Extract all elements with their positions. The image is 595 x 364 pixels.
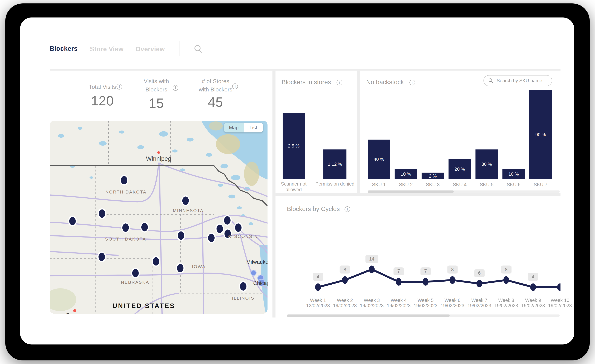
cycles-scrollbar-thumb[interactable] <box>287 315 450 317</box>
tab-blockers[interactable]: Blockers <box>50 45 78 53</box>
toggle-map-button[interactable]: Map <box>224 123 244 133</box>
screen: Blockers Store View Overview <box>0 0 595 364</box>
divider-top <box>50 69 560 70</box>
bar-value-label: 1.12 % <box>328 162 342 167</box>
no-backstock-title-row: No backstock <box>366 78 415 86</box>
search-icon[interactable] <box>194 45 202 53</box>
point-value-chip: 7 <box>420 267 431 275</box>
stat-value: 15 <box>126 96 187 111</box>
blockers-in-stores-title-row: Blockers in stores <box>282 78 342 86</box>
cycles-point[interactable] <box>450 276 455 284</box>
point-value-chip: 6 <box>474 269 484 277</box>
map-canvas <box>50 121 268 314</box>
store-marker[interactable] <box>207 233 215 243</box>
info-icon[interactable] <box>173 85 178 91</box>
sku-bar[interactable]: 30 % <box>475 149 498 179</box>
cycles-point[interactable] <box>369 266 375 273</box>
sku-bar[interactable]: 90 % <box>529 90 552 179</box>
store-marker[interactable] <box>122 223 129 232</box>
info-icon[interactable] <box>409 80 415 85</box>
info-icon[interactable] <box>337 80 342 85</box>
sku-category-label: SKU 3 <box>419 182 446 188</box>
tab-overview[interactable]: Overview <box>135 45 165 53</box>
toggle-list-button[interactable]: List <box>244 123 263 133</box>
cycles-point[interactable] <box>476 280 482 287</box>
cycles-point[interactable] <box>396 278 401 286</box>
app-window: Blockers Store View Overview <box>20 18 574 344</box>
blockers-by-cycles-chart: 4Week 112/02/20238Week 219/02/202314Week… <box>276 196 560 320</box>
point-value-chip: 8 <box>501 266 511 274</box>
store-marker[interactable] <box>98 252 106 262</box>
point-value-chip: 4 <box>528 273 538 281</box>
point-value-chip: 14 <box>365 255 378 263</box>
point-value-chip: 4 <box>313 273 323 281</box>
cluster-marker[interactable] <box>258 279 265 286</box>
sku-bar[interactable]: 10 % <box>395 169 417 179</box>
cycles-point[interactable] <box>423 278 428 286</box>
bar-value-label: 10 % <box>509 171 519 177</box>
cycles-point[interactable] <box>503 276 509 284</box>
store-marker[interactable] <box>216 224 223 234</box>
week-axis-label: Week 1019/02/2023 <box>542 298 578 309</box>
nav-divider <box>179 41 179 56</box>
sku-category-label: SKU 2 <box>393 182 419 188</box>
point-value-chip: 8 <box>447 266 458 274</box>
divider-vertical-cards <box>357 70 360 196</box>
bar-value-label: 30 % <box>482 162 492 167</box>
sku-bar[interactable]: 2 % <box>422 173 444 179</box>
sku-category-label: SKU 4 <box>446 182 473 188</box>
bar-value-label: 2.5 % <box>288 143 299 149</box>
stat-value: 45 <box>185 94 246 110</box>
tab-store-view[interactable]: Store View <box>90 45 123 53</box>
point-value-chip: 8 <box>340 266 350 274</box>
divider-vertical-main <box>272 70 276 317</box>
cycles-point[interactable] <box>557 283 560 291</box>
info-icon[interactable] <box>232 84 238 89</box>
store-marker[interactable] <box>120 175 128 185</box>
map-list-toggle[interactable]: Map List <box>224 123 263 133</box>
bar-value-label: 2 % <box>429 173 437 178</box>
cycles-point[interactable] <box>342 276 348 284</box>
cycles-scrollbar-track[interactable] <box>287 315 560 317</box>
sku-bar[interactable]: 10 % <box>503 169 525 179</box>
store-blocker-bar[interactable]: 2.5 % <box>283 113 305 179</box>
point-value-chip: 7 <box>393 267 404 275</box>
store-marker[interactable] <box>224 229 231 238</box>
store-marker[interactable] <box>177 231 185 240</box>
cycles-point[interactable] <box>315 283 321 291</box>
store-marker[interactable] <box>98 209 106 218</box>
info-icon[interactable] <box>116 84 122 90</box>
store-marker[interactable] <box>176 264 184 273</box>
store-blocker-bar[interactable]: 1.12 % <box>323 149 347 179</box>
bar-value-label: 90 % <box>535 132 546 137</box>
bar-value-label: 40 % <box>374 157 384 162</box>
store-marker[interactable] <box>223 216 231 225</box>
bar-value-label: 10 % <box>401 171 411 177</box>
store-marker[interactable] <box>141 223 149 232</box>
cluster-marker[interactable] <box>251 270 256 275</box>
sku-category-label: SKU 1 <box>366 182 392 188</box>
sku-category-label: SKU 6 <box>500 182 527 188</box>
store-map[interactable]: WinnipegNORTH DAKOTAMINNESOTASOUTH DAKOT… <box>50 121 268 314</box>
store-marker[interactable] <box>182 196 189 205</box>
store-marker[interactable] <box>132 268 139 278</box>
store-marker[interactable] <box>69 217 76 226</box>
store-marker[interactable] <box>239 282 247 291</box>
sku-search-input[interactable] <box>496 78 547 84</box>
backstock-scrollbar-track[interactable] <box>368 190 560 193</box>
sku-bar[interactable]: 20 % <box>448 159 471 179</box>
stat-value: 120 <box>72 93 133 109</box>
backstock-scrollbar-thumb[interactable] <box>368 190 454 193</box>
bar-category-label: Scanner not allowed <box>274 181 313 193</box>
sku-category-label: SKU 7 <box>527 182 554 188</box>
blockers-in-stores-title: Blockers in stores <box>282 78 331 85</box>
cycles-point[interactable] <box>530 283 536 291</box>
sku-bar[interactable]: 40 % <box>368 140 390 179</box>
stat-label: Visits withBlockers <box>126 77 187 93</box>
bar-category-label: Permission denied <box>315 181 354 187</box>
sku-search-box[interactable] <box>483 75 552 86</box>
cycles-line <box>318 269 560 287</box>
store-marker[interactable] <box>152 257 160 266</box>
store-marker[interactable] <box>234 223 242 232</box>
stat-label: Total Visits <box>72 83 133 91</box>
